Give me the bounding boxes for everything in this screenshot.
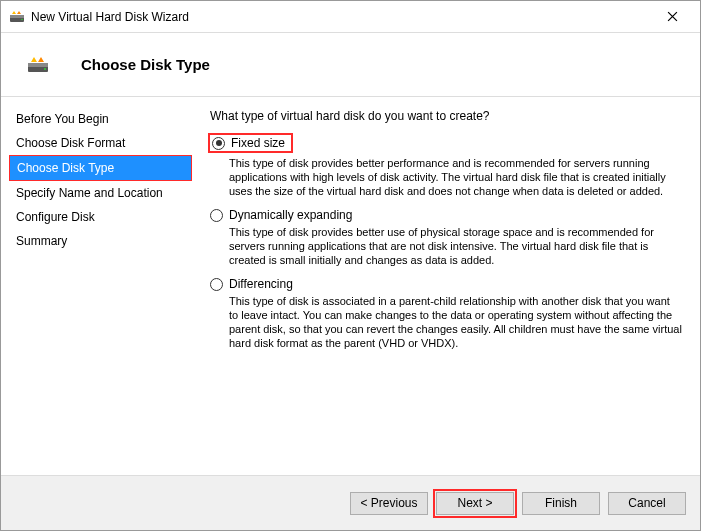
option-label: Dynamically expanding — [229, 208, 352, 222]
finish-button[interactable]: Finish — [522, 492, 600, 515]
button-label: Cancel — [628, 496, 665, 510]
option-description: This type of disk is associated in a par… — [229, 294, 682, 350]
option-label: Fixed size — [231, 136, 285, 150]
sidebar-item-label: Summary — [16, 234, 67, 248]
prompt-text: What type of virtual hard disk do you wa… — [210, 109, 682, 123]
sidebar-item-label: Before You Begin — [16, 112, 109, 126]
option-description: This type of disk provides better perfor… — [229, 156, 682, 198]
button-label: < Previous — [360, 496, 417, 510]
wizard-header: Choose Disk Type — [1, 33, 700, 97]
option-label: Differencing — [229, 277, 293, 291]
previous-button[interactable]: < Previous — [350, 492, 428, 515]
radio-icon — [212, 137, 225, 150]
wizard-content: What type of virtual hard disk do you wa… — [196, 97, 700, 475]
sidebar-item-choose-disk-format[interactable]: Choose Disk Format — [9, 131, 192, 155]
sidebar-item-specify-name-location[interactable]: Specify Name and Location — [9, 181, 192, 205]
option-dynamically-expanding: Dynamically expanding This type of disk … — [210, 208, 682, 267]
wizard-body: Before You Begin Choose Disk Format Choo… — [1, 97, 700, 475]
radio-differencing[interactable]: Differencing — [210, 277, 682, 291]
sidebar-item-before-you-begin[interactable]: Before You Begin — [9, 107, 192, 131]
sidebar-item-choose-disk-type[interactable]: Choose Disk Type — [9, 155, 192, 181]
wizard-icon — [9, 9, 25, 25]
button-label: Next > — [457, 496, 492, 510]
option-differencing: Differencing This type of disk is associ… — [210, 277, 682, 350]
svg-point-5 — [44, 68, 46, 70]
cancel-button[interactable]: Cancel — [608, 492, 686, 515]
next-button[interactable]: Next > — [436, 492, 514, 515]
wizard-steps-sidebar: Before You Begin Choose Disk Format Choo… — [1, 97, 196, 475]
wizard-footer: < Previous Next > Finish Cancel — [1, 475, 700, 530]
titlebar: New Virtual Hard Disk Wizard — [1, 1, 700, 33]
sidebar-item-label: Choose Disk Format — [16, 136, 125, 150]
sidebar-item-summary[interactable]: Summary — [9, 229, 192, 253]
svg-point-2 — [21, 18, 23, 20]
button-label: Finish — [545, 496, 577, 510]
svg-rect-1 — [10, 15, 24, 18]
sidebar-item-label: Specify Name and Location — [16, 186, 163, 200]
sidebar-item-configure-disk[interactable]: Configure Disk — [9, 205, 192, 229]
option-fixed-size: Fixed size This type of disk provides be… — [210, 133, 682, 198]
svg-rect-4 — [28, 63, 48, 67]
close-icon — [667, 11, 678, 22]
sidebar-item-label: Choose Disk Type — [17, 161, 114, 175]
radio-icon — [210, 209, 223, 222]
window-title: New Virtual Hard Disk Wizard — [31, 10, 189, 24]
radio-dynamically-expanding[interactable]: Dynamically expanding — [210, 208, 682, 222]
radio-fixed-size[interactable]: Fixed size — [208, 133, 293, 153]
page-title: Choose Disk Type — [81, 56, 210, 73]
sidebar-item-label: Configure Disk — [16, 210, 95, 224]
close-button[interactable] — [652, 1, 692, 33]
wizard-header-icon — [23, 50, 53, 80]
radio-icon — [210, 278, 223, 291]
option-description: This type of disk provides better use of… — [229, 225, 682, 267]
